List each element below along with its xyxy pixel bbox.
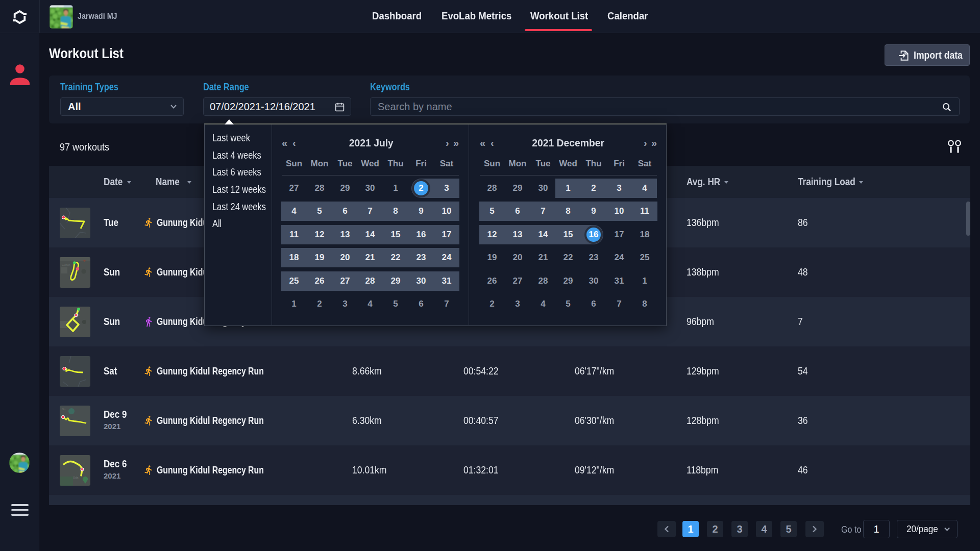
svg-text:Gunun: Gunun [62,263,70,266]
svg-text:Gn: Gn [62,408,65,411]
svg-text:Sda: Sda [73,476,79,479]
